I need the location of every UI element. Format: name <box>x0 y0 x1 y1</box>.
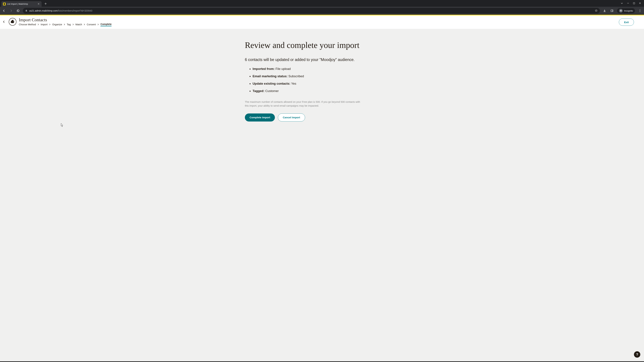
url-host: us21.admin.mailchimp.com <box>29 9 58 12</box>
summary-line: 6 contacts will be updated or added to y… <box>245 57 399 62</box>
detail-label: Imported from: <box>252 67 276 70</box>
tab-title: List Import | Mailchimp <box>7 3 28 5</box>
svg-point-19 <box>640 11 640 12</box>
import-detail-item: Tagged: Customer <box>252 89 399 93</box>
main-heading: Review and complete your import <box>245 40 399 50</box>
breadcrumb-step: Complete <box>100 23 112 26</box>
window-close-icon[interactable] <box>639 2 641 5</box>
browser-tab[interactable]: List Import | Mailchimp <box>1 1 42 7</box>
window-maximize-icon[interactable] <box>633 2 635 5</box>
complete-import-button[interactable]: Complete Import <box>245 113 275 121</box>
content: Review and complete your import 6 contac… <box>242 29 402 142</box>
svg-point-17 <box>640 9 640 10</box>
detail-label: Email marketing status: <box>252 74 288 78</box>
page-title: Import Contacts <box>19 17 112 22</box>
incognito-label: Incognito <box>624 9 633 12</box>
detail-value: Yes <box>291 82 296 85</box>
svg-rect-9 <box>26 10 27 11</box>
svg-point-15 <box>620 11 621 11</box>
chevron-right-icon <box>98 23 99 26</box>
app-viewport: Import Contacts Choose MethodImportOrgan… <box>0 15 644 361</box>
import-details-list: Imported from: File uploadEmail marketin… <box>245 67 399 93</box>
breadcrumb-step[interactable]: Tag <box>67 23 70 26</box>
window-minimize-icon[interactable] <box>627 2 629 5</box>
svg-point-16 <box>621 11 622 11</box>
new-tab-button[interactable] <box>43 1 48 6</box>
import-detail-item: Imported from: File upload <box>252 67 399 71</box>
svg-rect-13 <box>611 10 613 12</box>
close-tab-icon[interactable] <box>38 3 40 5</box>
svg-point-20 <box>13 21 14 22</box>
browser-titlebar: List Import | Mailchimp <box>0 0 644 7</box>
detail-value: Customer <box>265 89 279 93</box>
chevron-right-icon <box>72 23 74 26</box>
svg-marker-10 <box>595 9 598 11</box>
url-path: /lists/members/import?id=320943 <box>58 9 92 12</box>
plan-limit-note: The maximum number of contacts allowed o… <box>245 100 362 108</box>
svg-point-0 <box>4 3 5 5</box>
header-back-button[interactable] <box>2 19 6 24</box>
help-button[interactable]: ? <box>634 351 640 358</box>
bookmark-star-icon[interactable] <box>595 9 598 12</box>
detail-label: Tagged: <box>252 89 265 93</box>
breadcrumb-step[interactable]: Organize <box>52 23 62 26</box>
detail-value: Subscribed <box>288 74 304 78</box>
chevron-right-icon <box>64 23 65 26</box>
chevron-right-icon <box>84 23 85 26</box>
breadcrumb-step[interactable]: Match <box>76 23 82 26</box>
app-header: Import Contacts Choose MethodImportOrgan… <box>0 15 644 29</box>
breadcrumb-step[interactable]: Import <box>40 23 48 26</box>
side-panel-icon[interactable] <box>610 8 614 13</box>
action-buttons: Complete Import Cancel Import <box>245 113 399 121</box>
tab-search-icon[interactable] <box>621 2 623 5</box>
mailchimp-logo[interactable] <box>9 18 16 26</box>
svg-point-18 <box>640 10 640 11</box>
lock-icon <box>25 9 28 12</box>
cursor-icon <box>60 123 64 127</box>
detail-value: File upload <box>276 67 291 70</box>
nav-back-button[interactable] <box>2 8 6 13</box>
exit-button[interactable]: Exit <box>619 18 634 26</box>
address-bar[interactable]: us21.admin.mailchimp.com/lists/members/i… <box>23 8 600 13</box>
svg-rect-6 <box>633 2 635 4</box>
chevron-right-icon <box>38 23 39 26</box>
detail-label: Update existing contacts: <box>252 82 291 85</box>
breadcrumb-step[interactable]: Consent <box>87 23 96 26</box>
downloads-icon[interactable] <box>602 8 607 13</box>
browser-toolbar: us21.admin.mailchimp.com/lists/members/i… <box>0 7 644 15</box>
window-controls <box>621 2 644 5</box>
nav-reload-button[interactable] <box>16 8 20 13</box>
os-taskbar <box>0 361 644 362</box>
breadcrumb-step[interactable]: Choose Method <box>19 23 36 26</box>
mailchimp-favicon <box>3 3 6 5</box>
incognito-indicator[interactable]: Incognito <box>617 8 635 13</box>
cancel-import-button[interactable]: Cancel Import <box>278 113 305 121</box>
import-detail-item: Update existing contacts: Yes <box>252 82 399 85</box>
import-detail-item: Email marketing status: Subscribed <box>252 74 399 78</box>
browser-menu-icon[interactable] <box>638 8 642 13</box>
incognito-icon <box>619 9 623 12</box>
content-scroll[interactable]: Review and complete your import 6 contac… <box>0 29 644 361</box>
breadcrumb: Choose MethodImportOrganizeTagMatchConse… <box>19 23 112 26</box>
chevron-right-icon <box>49 23 50 26</box>
nav-forward-button[interactable] <box>9 8 14 13</box>
